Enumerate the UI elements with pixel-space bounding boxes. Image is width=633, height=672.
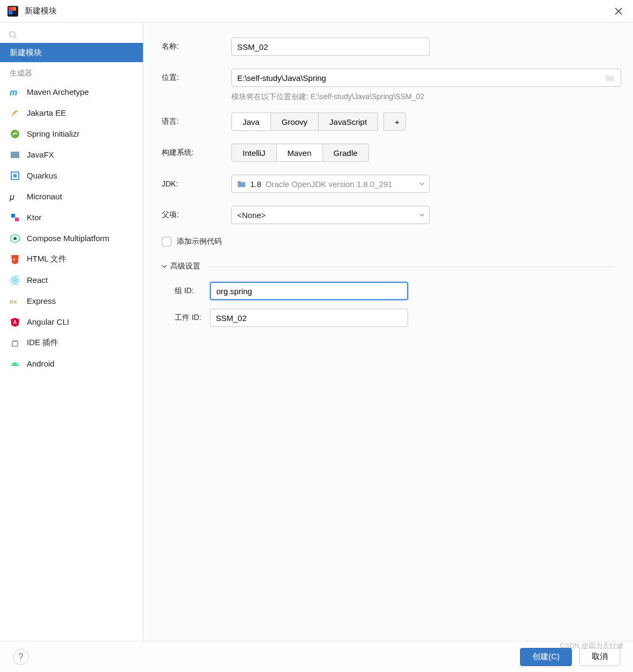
cancel-button[interactable]: 取消 (579, 648, 620, 666)
sidebar-item-micronaut[interactable]: μMicronaut (0, 186, 143, 207)
micronaut-icon: μ (10, 191, 20, 202)
sidebar: 新建模块 生成器 mMaven ArchetypeJakarta EESprin… (0, 23, 144, 641)
advanced-section-toggle[interactable]: 高级设置 (162, 262, 615, 271)
group-id-input[interactable] (210, 282, 408, 300)
sidebar-item-javafx[interactable]: JavaFX (0, 144, 143, 165)
artifact-id-label: 工件 ID: (162, 313, 210, 323)
sidebar-item-label: Compose Multiplatform (27, 234, 109, 243)
close-icon (615, 8, 622, 15)
help-button[interactable]: ? (13, 649, 29, 665)
sidebar-item-label: Spring Initializr (27, 129, 79, 138)
chevron-down-icon (419, 213, 425, 216)
build-option-gradle[interactable]: Gradle (323, 144, 369, 162)
language-buttons: JavaGroovyJavaScript+ (231, 113, 406, 131)
sidebar-item-label: 新建模块 (10, 48, 42, 58)
window-title: 新建模块 (25, 6, 57, 16)
search-icon (9, 31, 17, 39)
sidebar-item-express[interactable]: exExpress (0, 290, 143, 311)
javafx-icon (10, 150, 20, 160)
svg-rect-9 (13, 174, 17, 177)
sidebar-item-react[interactable]: React (0, 270, 143, 290)
sidebar-item-angular-cli[interactable]: AAngular CLI (0, 311, 143, 332)
name-label: 名称: (162, 42, 231, 51)
location-hint: 模块将在以下位置创建: E:\self-study\Java\Spring\SS… (231, 92, 615, 102)
svg-rect-7 (11, 152, 19, 158)
svg-text:μ: μ (10, 192, 14, 201)
sidebar-item-label: Micronaut (27, 192, 62, 201)
sidebar-item-label: Quarkus (27, 171, 57, 180)
angular-icon: A (10, 317, 20, 327)
sidebar-item-ktor[interactable]: Ktor (0, 207, 143, 228)
sidebar-item-label: JavaFX (27, 150, 54, 159)
svg-point-21 (16, 364, 17, 365)
sidebar-search[interactable] (5, 27, 138, 43)
close-button[interactable] (612, 4, 626, 18)
svg-point-4 (10, 32, 15, 37)
react-icon (10, 275, 20, 286)
location-input[interactable] (231, 69, 621, 87)
sidebar-item-compose-multiplatform[interactable]: Compose Multiplatform (0, 228, 143, 249)
build-option-intellij[interactable]: IntelliJ (231, 144, 277, 162)
build-buttons: IntelliJMavenGradle (231, 144, 369, 162)
svg-text:A: A (13, 319, 17, 325)
build-label: 构建系统: (162, 148, 231, 158)
sidebar-item-label: Angular CLI (27, 317, 69, 326)
sidebar-item-ide-插件[interactable]: IDE 插件 (0, 332, 143, 353)
svg-text:5: 5 (13, 257, 16, 262)
svg-rect-2 (12, 7, 16, 11)
sidebar-item-label: HTML 文件 (27, 254, 66, 264)
sample-code-label: 添加示例代码 (177, 237, 222, 247)
parent-value: <None> (237, 211, 266, 220)
ktor-icon (10, 212, 20, 223)
sidebar-item-label: React (27, 275, 48, 285)
sidebar-item-label: Express (27, 296, 56, 305)
sidebar-item-spring-initializr[interactable]: Spring Initializr (0, 123, 143, 144)
titlebar: 新建模块 (0, 0, 633, 23)
chevron-down-icon (419, 182, 425, 185)
sidebar-item-new-module[interactable]: 新建模块 (0, 43, 143, 62)
maven-icon: m (10, 87, 20, 98)
build-option-maven[interactable]: Maven (277, 144, 323, 162)
jdk-version: 1.8 (250, 180, 261, 189)
main-panel: 名称: 位置: 模块将在以下位置创建: E:\self-study\Java\S… (144, 23, 633, 641)
express-icon: ex (10, 296, 20, 307)
quarkus-icon (10, 170, 20, 181)
parent-label: 父项: (162, 210, 231, 220)
sidebar-item-quarkus[interactable]: Quarkus (0, 165, 143, 186)
add-language-button[interactable]: + (383, 113, 406, 131)
plugin-icon (10, 338, 20, 348)
artifact-id-input[interactable] (210, 309, 408, 327)
svg-point-13 (14, 279, 16, 281)
spring-icon (10, 129, 20, 139)
android-icon (10, 359, 20, 369)
sidebar-item-label: IDE 插件 (27, 338, 58, 348)
language-option-javascript[interactable]: JavaScript (319, 113, 378, 131)
chevron-down-icon (162, 264, 167, 269)
sidebar-item-android[interactable]: Android (0, 353, 143, 374)
name-input[interactable] (231, 38, 429, 56)
folder-open-icon[interactable] (605, 73, 615, 83)
svg-text:ex: ex (10, 297, 17, 305)
svg-point-20 (13, 364, 14, 365)
language-label: 语言: (162, 117, 231, 126)
compose-icon (10, 233, 20, 244)
sidebar-item-label: Ktor (27, 213, 42, 222)
svg-rect-19 (12, 341, 18, 346)
sample-code-checkbox[interactable] (162, 237, 171, 247)
sidebar-item-label: Android (27, 359, 55, 368)
create-button[interactable]: 创建(C) (520, 648, 572, 666)
sidebar-item-html-文件[interactable]: 5HTML 文件 (0, 249, 143, 270)
svg-point-11 (13, 237, 17, 240)
language-option-java[interactable]: Java (231, 113, 271, 131)
folder-icon (237, 180, 246, 188)
jdk-label: JDK: (162, 180, 231, 188)
sidebar-item-jakarta-ee[interactable]: Jakarta EE (0, 102, 143, 123)
jdk-select[interactable]: 1.8 Oracle OpenJDK version 1.8.0_291 (231, 175, 429, 193)
app-icon (7, 6, 18, 17)
svg-rect-3 (9, 11, 12, 14)
language-option-groovy[interactable]: Groovy (271, 113, 319, 131)
sidebar-item-maven-archetype[interactable]: mMaven Archetype (0, 81, 143, 102)
html-icon: 5 (10, 254, 20, 265)
svg-point-6 (11, 130, 19, 138)
parent-select[interactable]: <None> (231, 206, 429, 224)
